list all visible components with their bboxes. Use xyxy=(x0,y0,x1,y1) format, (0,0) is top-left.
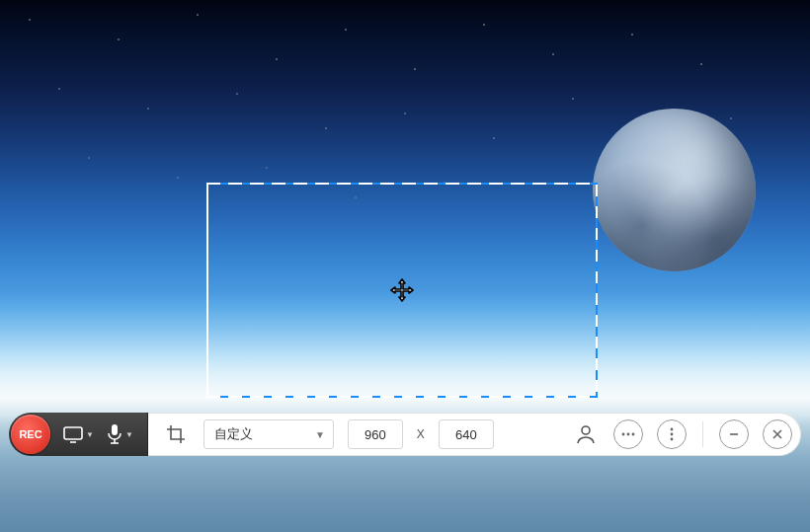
audio-source-button[interactable]: ▼ xyxy=(106,415,133,454)
toolbar-dark-section: REC ▼ ▼ xyxy=(9,413,148,456)
crop-icon xyxy=(166,424,186,444)
svg-rect-0 xyxy=(64,427,82,439)
svg-point-7 xyxy=(627,433,630,436)
microphone-icon xyxy=(106,423,123,445)
svg-point-8 xyxy=(632,433,635,436)
monitor-icon xyxy=(62,424,84,444)
toolbar-divider xyxy=(702,421,703,447)
svg-point-5 xyxy=(582,426,590,434)
crop-button[interactable] xyxy=(162,420,190,448)
minus-icon xyxy=(728,428,740,440)
chevron-down-icon: ▼ xyxy=(125,430,133,439)
height-input[interactable] xyxy=(439,419,494,449)
minimize-button[interactable] xyxy=(719,419,749,449)
screen-source-button[interactable]: ▼ xyxy=(62,415,94,454)
toolbar-light-section: 自定义 ▼ X xyxy=(148,413,801,456)
svg-point-10 xyxy=(671,433,674,436)
person-icon xyxy=(575,423,597,445)
moon-decoration xyxy=(593,109,756,271)
webcam-button[interactable] xyxy=(572,420,600,448)
size-preset-select[interactable]: 自定义 ▼ xyxy=(203,419,334,449)
chevron-down-icon: ▼ xyxy=(86,430,94,439)
more-options-button[interactable] xyxy=(657,419,687,449)
svg-point-9 xyxy=(671,428,674,431)
svg-point-11 xyxy=(671,438,674,441)
width-input[interactable] xyxy=(348,419,403,449)
close-icon xyxy=(771,428,783,440)
recorder-toolbar: REC ▼ ▼ xyxy=(9,413,801,456)
close-button[interactable] xyxy=(763,419,792,449)
dimension-separator: X xyxy=(417,427,425,441)
size-preset-label: 自定义 xyxy=(214,425,253,443)
record-button[interactable]: REC xyxy=(11,415,50,454)
dots-icon xyxy=(621,431,635,437)
svg-rect-2 xyxy=(112,424,118,435)
chevron-down-icon: ▼ xyxy=(315,429,325,440)
dots-vertical-icon xyxy=(669,427,675,441)
svg-point-6 xyxy=(622,433,625,436)
annotation-button[interactable] xyxy=(613,419,643,449)
